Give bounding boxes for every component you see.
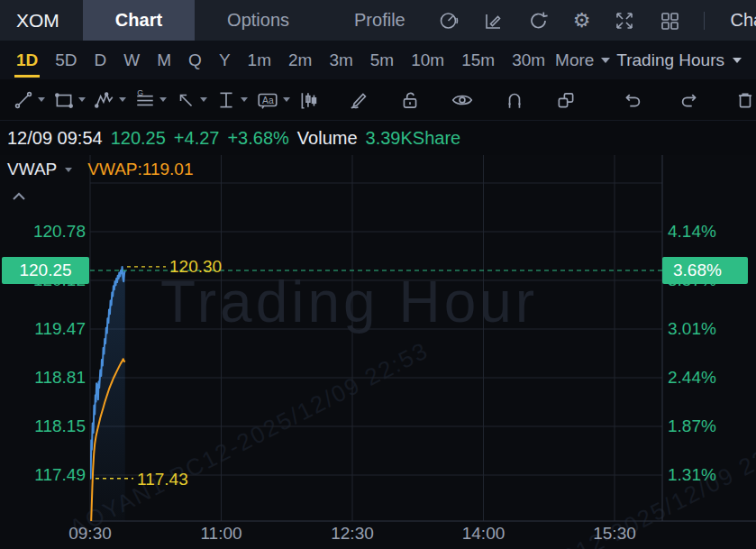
x-axis-time-label: 11:00 (200, 524, 241, 544)
chart-plot-area[interactable]: Trading Hour AOYAN1 PC12-2025/12/09 22:5… (0, 155, 756, 549)
chevron-down-icon[interactable] (65, 168, 72, 172)
x-axis-time-label: 14:00 (462, 524, 506, 544)
x-axis-time-label: 15:30 (593, 524, 636, 544)
trading-app-window: XOM Chart Options Profile ⚙ (0, 0, 756, 549)
y-axis-percent-label: 4.14% (668, 222, 716, 242)
indicator-row[interactable]: VWAP VWAP:119.01 (7, 160, 193, 179)
y-axis-price-label: 117.49 (0, 465, 86, 485)
x-axis-time-label: 09:30 (68, 524, 112, 544)
x-axis-time-label: 12:30 (331, 524, 374, 544)
current-price-tag: 120.25 (2, 257, 89, 284)
y-axis-percent-label: 1.87% (668, 416, 716, 436)
y-axis-price-label: 119.47 (0, 319, 86, 339)
high-price-label: 120.30 (169, 257, 222, 277)
low-price-label: 117.43 (137, 470, 188, 490)
y-axis-percent-label: 2.44% (668, 368, 716, 388)
y-axis-percent-label: 1.31% (668, 465, 716, 485)
collapse-pane-icon[interactable] (11, 189, 27, 206)
y-axis-price-label: 118.81 (0, 368, 86, 388)
indicator-name: VWAP (7, 160, 57, 179)
price-chart-canvas[interactable] (0, 0, 756, 549)
y-axis-percent-label: 3.01% (668, 319, 716, 339)
y-axis-price-label: 120.78 (0, 222, 86, 242)
y-axis-price-label: 118.15 (0, 416, 86, 436)
indicator-value: VWAP:119.01 (87, 160, 193, 179)
current-pct-tag: 3.68% (662, 257, 748, 284)
